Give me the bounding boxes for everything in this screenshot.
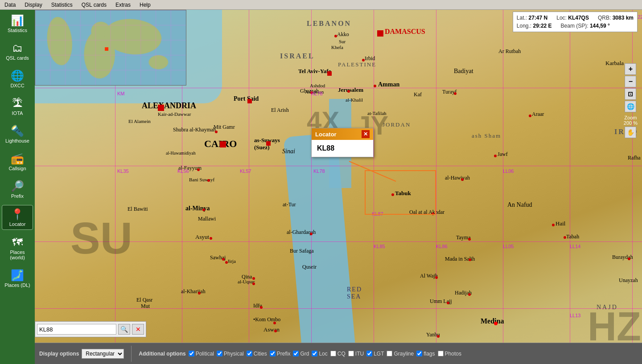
menu-data[interactable]: Data	[0, 1, 20, 9]
city-qina-marker	[252, 277, 255, 280]
grid-h-3	[35, 241, 642, 242]
cb-political[interactable]	[189, 351, 194, 356]
cb-cities[interactable]	[247, 351, 252, 356]
zoom-in-button[interactable]: +	[625, 63, 636, 75]
city-komombo-marker	[273, 322, 276, 324]
cb-grd[interactable]	[293, 351, 299, 356]
zoom-out-button[interactable]: −	[625, 76, 636, 87]
sidebar-item-statistics[interactable]: 📊 Statistics	[2, 12, 33, 36]
city-tabuk-marker	[391, 193, 394, 196]
menu-help[interactable]: Help	[135, 1, 155, 9]
cb-loc[interactable]	[312, 351, 317, 356]
cb-photos[interactable]	[438, 351, 444, 356]
menu-extras[interactable]: Extras	[111, 1, 135, 9]
cb-itu[interactable]	[348, 351, 354, 356]
grid-label-kl78: KL78	[311, 91, 323, 96]
sidebar-label-places-world: Places (world)	[3, 249, 32, 260]
cb-lgt[interactable]	[366, 351, 372, 356]
city-shubra-marker	[215, 131, 218, 133]
grid-label-ll14: LL14	[570, 244, 580, 249]
grid-v-7	[503, 10, 503, 364]
cb-flags-text: flags	[424, 351, 435, 357]
grid-label-ll13: LL13	[570, 313, 580, 318]
city-jerusalem-marker	[347, 90, 350, 93]
search-clear-button[interactable]: ✕	[132, 324, 144, 335]
cb-photos-label: Photos	[438, 351, 461, 357]
pan-button[interactable]: ✋	[625, 127, 636, 138]
sidebar-item-places-dl[interactable]: 🗾 Places (DL)	[2, 266, 33, 290]
locator-close-button[interactable]: ✕	[362, 130, 370, 138]
grid-v-4	[311, 10, 312, 364]
city-tayma-marker	[468, 238, 471, 241]
cb-itu-label: ITU	[348, 351, 364, 357]
locator-search-input[interactable]	[37, 324, 116, 335]
cb-lgt-text: LGT	[374, 351, 384, 357]
sidebar-item-places-world[interactable]: 🗺 Places (world)	[2, 233, 33, 263]
locator-title-text: Locator	[315, 131, 337, 138]
sidebar-item-prefix[interactable]: 🔎 Prefix	[2, 177, 33, 201]
city-jirja-marker	[225, 261, 228, 264]
sidebar-label-places-dl: Places (DL)	[4, 282, 30, 288]
city-idfu-marker	[260, 306, 263, 309]
city-alkharijah-marker	[198, 292, 201, 294]
minimap[interactable]	[35, 10, 186, 86]
cb-grd-label: Grd	[293, 351, 309, 357]
cb-physical-text: Physical	[224, 351, 244, 357]
city-aswan-marker	[274, 330, 277, 332]
map-type-select[interactable]: Rectangular Mercator Peters	[82, 349, 124, 359]
cb-grayline[interactable]	[387, 351, 392, 356]
grid-label-kl35: KL35	[117, 168, 129, 174]
cb-cq[interactable]	[330, 351, 336, 356]
city-alminya-marker	[202, 209, 205, 211]
iota-icon: 🏝	[12, 97, 23, 110]
city-cairo-marker	[220, 141, 226, 147]
city-portsaid-marker	[247, 99, 252, 103]
additional-options-section: Additional options Political Physical Ci…	[139, 351, 461, 357]
qrb-label: QRB:	[598, 15, 611, 21]
sidebar-item-callsign[interactable]: 📻 Callsign	[2, 150, 33, 174]
city-tabah-marker	[564, 236, 566, 239]
city-alexandria-marker	[158, 105, 164, 111]
lon-label: Long.:	[517, 23, 531, 29]
menu-qsl[interactable]: QSL cards	[77, 1, 111, 9]
grid-v-6	[436, 10, 436, 364]
grid-label-kl86: KL86	[436, 244, 448, 249]
cb-prefix[interactable]	[270, 351, 276, 356]
city-telaviv-marker	[327, 71, 332, 76]
display-options-label: Display options	[39, 351, 79, 357]
cb-flags-label: flags	[416, 351, 435, 357]
cb-political-text: Political	[196, 351, 214, 357]
sidebar-item-iota[interactable]: 🏝 IOTA	[2, 94, 33, 119]
grid-label-kl88: KL78	[313, 168, 325, 174]
city-mada-marker	[469, 258, 471, 261]
menu-display[interactable]: Display	[20, 1, 46, 9]
sidebar-item-locator[interactable]: 📍 Locator	[2, 205, 33, 230]
menu-statistics[interactable]: Statistics	[47, 1, 77, 9]
sidebar-item-dxcc[interactable]: 🌐 DXCC	[2, 67, 33, 91]
cb-physical[interactable]	[217, 351, 222, 356]
city-ghardaqah-marker	[310, 233, 313, 235]
map-area[interactable]: KM KL35 KL56 KL57 KL78 KL87 KL78 KL85 KL…	[35, 10, 642, 364]
sidebar-item-lighthouse[interactable]: 🔦 Lighthouse	[2, 122, 33, 146]
lighthouse-icon: 🔦	[11, 125, 24, 137]
grid-v-8	[570, 10, 570, 364]
callsign-icon: 📻	[11, 152, 24, 165]
sidebar-label-statistics: Statistics	[8, 28, 27, 33]
city-sawhaj-marker	[222, 258, 225, 261]
city-irbid-marker	[362, 59, 365, 61]
cb-grd-text: Grd	[300, 351, 309, 357]
cb-flags[interactable]	[416, 351, 422, 356]
cb-cities-text: Cities	[254, 351, 267, 357]
city-banisuway-marker	[207, 179, 210, 182]
sidebar-item-qsl[interactable]: 🗂 QSL cards	[2, 39, 33, 63]
qrb-value: 3083 km	[613, 15, 634, 21]
city-akko-marker	[334, 35, 337, 37]
search-button[interactable]: 🔍	[118, 324, 130, 335]
zoom-reset-button[interactable]: 🌐	[625, 101, 636, 112]
loc-label: Loc:	[556, 15, 567, 21]
grid-h-2	[35, 166, 642, 166]
city-alfayyum-marker	[197, 168, 200, 171]
zoom-fit-button[interactable]: ⊡	[625, 88, 636, 100]
dxcc-icon: 🌐	[11, 70, 24, 82]
display-options-section: Display options Rectangular Mercator Pet…	[39, 349, 124, 359]
